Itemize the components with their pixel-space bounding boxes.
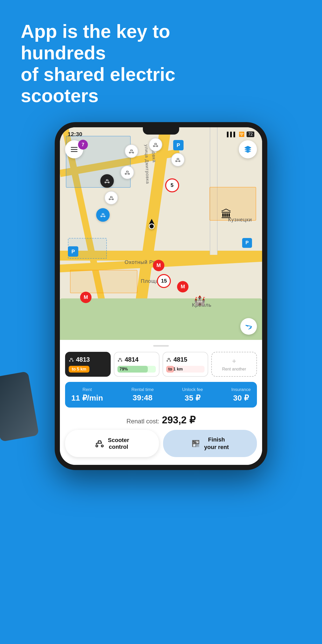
battery-icon: 72 bbox=[247, 131, 254, 137]
unlock-label: Unlock fee bbox=[182, 387, 203, 392]
svg-point-21 bbox=[167, 361, 168, 361]
unlock-value: 35 ₽ bbox=[185, 393, 200, 402]
bottom-panel: 4813 to 5 km 4814 79% bbox=[60, 340, 262, 465]
rent-label: Rent bbox=[82, 387, 92, 392]
info-unlock: Unlock fee 35 ₽ bbox=[182, 387, 203, 402]
phone-notch bbox=[143, 127, 179, 135]
scooter-icon-card3 bbox=[166, 357, 171, 362]
rent-value: 11 ₽/min bbox=[71, 393, 103, 402]
phone-screen: 12:30 ▌▌▌ 🛜 72 bbox=[60, 127, 262, 465]
svg-rect-27 bbox=[196, 440, 199, 444]
hamburger-icon bbox=[71, 147, 78, 152]
info-insurance: Insurance 30 ₽ bbox=[231, 387, 251, 402]
cost-label: Renatl cost: bbox=[127, 418, 159, 425]
cost-row: Renatl cost: 293,2 ₽ bbox=[65, 412, 257, 430]
locate-icon bbox=[245, 323, 252, 330]
scooter-card-4813[interactable]: 4813 to 5 km bbox=[65, 352, 111, 377]
scooter-pin-2[interactable] bbox=[149, 138, 162, 151]
card-top-4813: 4813 bbox=[69, 356, 90, 363]
insurance-value: 30 ₽ bbox=[233, 393, 249, 402]
metro-sign-2: М bbox=[177, 281, 188, 292]
phone-frame: 12:30 ▌▌▌ 🛜 72 bbox=[55, 122, 267, 470]
card-number-4815: 4815 bbox=[173, 356, 187, 363]
svg-point-17 bbox=[69, 361, 70, 361]
orange-zone bbox=[209, 187, 256, 221]
headline-line2: of shared electric scooters bbox=[21, 64, 175, 106]
insurance-label: Insurance bbox=[231, 387, 251, 392]
card-number-4814: 4814 bbox=[125, 356, 138, 363]
parking-sign-1: P bbox=[173, 140, 184, 150]
park-area bbox=[60, 298, 262, 340]
layers-icon bbox=[244, 145, 252, 153]
finish-rent-button[interactable]: Finishyour rent bbox=[163, 430, 257, 457]
metro-group-2: М 3 bbox=[177, 283, 185, 291]
scooter-image-left bbox=[0, 371, 39, 442]
orange-zone2 bbox=[70, 270, 137, 293]
svg-point-19 bbox=[118, 361, 119, 361]
scooter-pin-4[interactable] bbox=[121, 166, 134, 179]
parking-sign-2: P bbox=[68, 246, 78, 257]
speed-sign-1: 5 bbox=[165, 178, 179, 192]
scooter-pin-7[interactable] bbox=[171, 153, 185, 166]
signal-icon: ▌▌▌ bbox=[227, 132, 237, 137]
scooter-pin-1[interactable] bbox=[125, 144, 138, 158]
card-badge-4813: to 5 km bbox=[69, 366, 89, 373]
svg-point-22 bbox=[170, 361, 171, 361]
status-time: 12:30 bbox=[68, 131, 82, 138]
scooter-pin-3[interactable] bbox=[100, 174, 114, 188]
action-buttons: Scootercontrol Finis bbox=[65, 430, 257, 462]
svg-point-18 bbox=[72, 361, 73, 361]
card-top-4815: 4815 bbox=[166, 356, 187, 363]
scooter-control-icon bbox=[95, 439, 104, 448]
drag-handle bbox=[153, 345, 169, 347]
scooter-cards-row: 4813 to 5 km 4814 79% bbox=[65, 352, 257, 377]
hero-headline: App is the key to hundreds of shared ele… bbox=[0, 0, 233, 122]
rent-another-label: Rent another bbox=[222, 367, 246, 372]
scooter-control-label: Scootercontrol bbox=[108, 437, 129, 450]
user-dot bbox=[149, 223, 155, 229]
cost-value: 293,2 ₽ bbox=[162, 414, 196, 426]
parking-sign-3: P bbox=[242, 238, 252, 248]
scooter-card-4814[interactable]: 4814 79% bbox=[114, 352, 159, 377]
map-layers-button[interactable] bbox=[239, 140, 257, 158]
building-icon: 🏛 bbox=[221, 208, 232, 221]
user-arrow bbox=[149, 219, 154, 224]
kremlin-icon: 🏰 bbox=[194, 295, 206, 306]
scooter-control-button[interactable]: Scootercontrol bbox=[65, 430, 159, 457]
map-area: Петровка улица Дмитровка Охотный Ряд Пло… bbox=[60, 127, 262, 340]
svg-point-24 bbox=[101, 445, 103, 447]
scooter-icon-card1 bbox=[69, 357, 74, 362]
map-locate-button[interactable] bbox=[240, 318, 257, 335]
metro-sign-3: М bbox=[80, 292, 92, 303]
hero-section: App is the key to hundreds of shared ele… bbox=[0, 0, 322, 122]
time-value: 39:48 bbox=[133, 393, 153, 402]
menu-badge: 7 bbox=[78, 140, 88, 150]
finish-rent-label: Finishyour rent bbox=[204, 436, 229, 451]
user-location bbox=[149, 219, 155, 229]
svg-point-23 bbox=[96, 445, 98, 447]
scooter-pin-5[interactable] bbox=[104, 191, 118, 205]
scooter-card-4815[interactable]: 4815 to 1 km bbox=[163, 352, 208, 377]
speed-sign-2: 15 bbox=[157, 274, 171, 288]
scooter-pin-6[interactable] bbox=[96, 208, 110, 222]
card-top-4814: 4814 bbox=[117, 356, 138, 363]
info-rent: Rent 11 ₽/min bbox=[71, 387, 103, 402]
svg-rect-26 bbox=[193, 440, 196, 444]
card-number-4813: 4813 bbox=[76, 356, 90, 363]
metro-sign-1: М bbox=[153, 260, 164, 271]
finish-rent-icon bbox=[191, 439, 200, 448]
card-badge-4814: 79% bbox=[117, 366, 156, 373]
svg-rect-28 bbox=[193, 444, 196, 447]
scooter-icon-card2 bbox=[117, 357, 123, 362]
metro-group-1: М 1 bbox=[153, 261, 161, 270]
rent-another-card[interactable]: + Rent another bbox=[211, 352, 257, 377]
svg-rect-29 bbox=[196, 444, 199, 447]
time-label: Rental time bbox=[131, 387, 154, 392]
card-badge-4815: to 1 km bbox=[166, 366, 205, 373]
metro-group-3: М 4 bbox=[80, 293, 88, 302]
rent-another-plus-icon: + bbox=[232, 357, 236, 365]
wifi-icon: 🛜 bbox=[239, 131, 244, 137]
info-row: Rent 11 ₽/min Rental time 39:48 Unlock f… bbox=[65, 382, 257, 408]
svg-point-20 bbox=[121, 361, 122, 361]
info-time: Rental time 39:48 bbox=[131, 387, 154, 402]
